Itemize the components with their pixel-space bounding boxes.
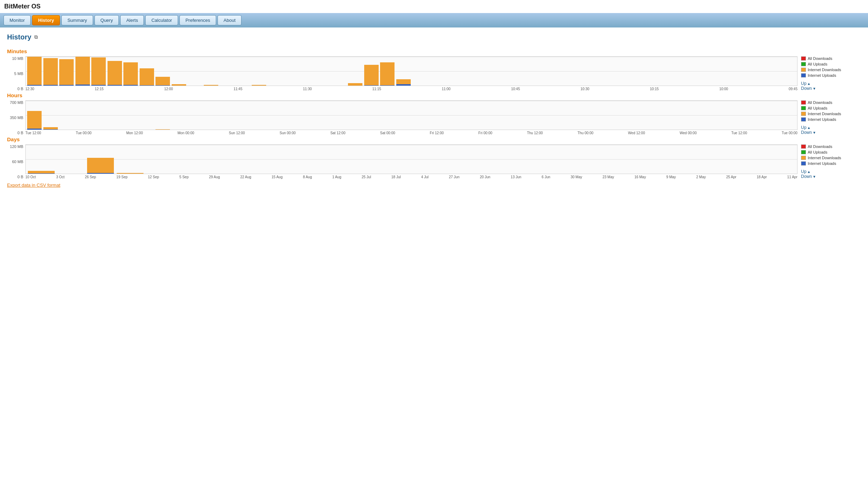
nav-tab-alerts[interactable]: Alerts	[120, 15, 144, 25]
bar-group	[251, 57, 267, 86]
bar-group	[668, 101, 684, 130]
bar-group	[556, 101, 572, 130]
x-label: Mon 00:00	[178, 131, 194, 135]
bar-group	[716, 57, 733, 86]
x-label: 10:30	[581, 87, 589, 91]
bar-group	[748, 101, 765, 130]
nav-tab-history[interactable]: History	[32, 15, 60, 25]
bar-group	[331, 101, 348, 130]
bar-group	[716, 101, 733, 130]
minutes-up-btn[interactable]: Up	[801, 81, 811, 86]
down-arrow-icon	[813, 130, 816, 135]
days-up-btn[interactable]: Up	[801, 169, 811, 174]
bar-orange	[155, 77, 170, 86]
bar-group	[187, 57, 203, 86]
hours-updown: Up Down	[801, 125, 816, 135]
bar-group	[530, 145, 560, 174]
legend-color-box	[801, 68, 806, 72]
bar-group	[315, 101, 331, 130]
x-label: Tue 00:00	[782, 131, 797, 135]
export-link[interactable]: Export data in CSV format	[7, 182, 861, 188]
bar-group	[492, 57, 508, 86]
bar-orange	[59, 59, 74, 86]
bar-orange	[91, 57, 106, 86]
legend-label: Internet Downloads	[808, 68, 841, 72]
legend-color-box	[801, 106, 806, 110]
hours-up-btn[interactable]: Up	[801, 125, 811, 130]
minutes-up-label: Up	[801, 81, 806, 86]
bar-group	[411, 57, 428, 86]
bar-group	[26, 101, 43, 130]
nav-tab-query[interactable]: Query	[94, 15, 119, 25]
legend-label: All Uploads	[808, 62, 827, 66]
nav-tab-preferences[interactable]: Preferences	[179, 15, 216, 25]
bar-group	[678, 145, 708, 174]
bar-blue	[364, 85, 379, 86]
minutes-down-btn[interactable]: Down	[801, 86, 816, 91]
x-label: 11:15	[372, 87, 381, 91]
bar-blue	[75, 85, 90, 86]
bar-group	[115, 145, 145, 174]
bar-blue	[43, 129, 58, 130]
bar-group	[560, 145, 589, 174]
bar-group	[619, 145, 648, 174]
nav-tab-about[interactable]: About	[218, 15, 242, 25]
x-label: 10:15	[650, 87, 659, 91]
nav-tab-monitor[interactable]: Monitor	[4, 15, 31, 25]
bar-orange	[364, 65, 379, 86]
bar-group	[267, 101, 283, 130]
bar-group	[75, 57, 91, 86]
bar-group	[540, 57, 556, 86]
legend-color-box	[801, 56, 806, 61]
minutes-section: Minutes 10 MB 5 MB 0 B 12:3012:1512:0011…	[7, 48, 861, 91]
legend-label: All Downloads	[808, 100, 832, 105]
bar-blue	[108, 85, 122, 86]
bar-group	[145, 145, 175, 174]
bar-group	[620, 101, 636, 130]
bar-group	[219, 101, 235, 130]
days-chart-area	[25, 144, 797, 174]
legend-color-box	[801, 73, 806, 78]
x-label: 26 Sep	[85, 175, 96, 179]
bar-group	[524, 101, 540, 130]
bar-group	[411, 101, 428, 130]
bar-group	[379, 101, 396, 130]
legend-color-box	[801, 62, 806, 66]
bar-group	[476, 57, 492, 86]
days-up-label: Up	[801, 169, 806, 174]
bar-group	[441, 145, 471, 174]
nav-tab-calculator[interactable]: Calculator	[145, 15, 178, 25]
hours-down-btn[interactable]: Down	[801, 130, 816, 135]
x-label: 6 Jun	[542, 175, 550, 179]
legend-item: Internet Downloads	[801, 156, 841, 160]
bar-blue	[27, 129, 42, 130]
bar-group	[781, 101, 797, 130]
bar-group	[604, 57, 620, 86]
bar-orange	[123, 62, 138, 86]
bar-group	[263, 145, 293, 174]
bar-group	[588, 57, 604, 86]
bar-blue	[59, 85, 74, 86]
x-label: 11:45	[233, 87, 242, 91]
bar-group	[636, 57, 652, 86]
page-title-icon[interactable]: ⧉	[34, 34, 38, 40]
days-down-btn[interactable]: Down	[801, 174, 816, 179]
hours-down-label: Down	[801, 130, 812, 135]
bar-group	[75, 101, 91, 130]
x-label: 09:45	[789, 87, 797, 91]
bar-group	[56, 145, 86, 174]
hours-y-labels: 700 MB 350 MB 0 B	[7, 100, 25, 135]
page-title-text: History	[7, 33, 31, 41]
bar-group	[234, 145, 263, 174]
bar-group	[589, 145, 619, 174]
grid-line	[26, 86, 797, 86]
x-label: Sun 12:00	[229, 131, 245, 135]
hours-x-labels: Tue 12:00Tue 00:00Mon 12:00Mon 00:00Sun …	[25, 130, 797, 135]
nav-tab-summary[interactable]: Summary	[61, 15, 93, 25]
bar-group	[26, 57, 43, 86]
bar-group	[748, 57, 765, 86]
x-label: Wed 00:00	[680, 131, 697, 135]
days-right-panel: All DownloadsAll UploadsInternet Downloa…	[801, 144, 861, 179]
main-content: History ⧉ Minutes 10 MB 5 MB 0 B 12:301	[0, 27, 868, 193]
bar-group	[123, 57, 139, 86]
